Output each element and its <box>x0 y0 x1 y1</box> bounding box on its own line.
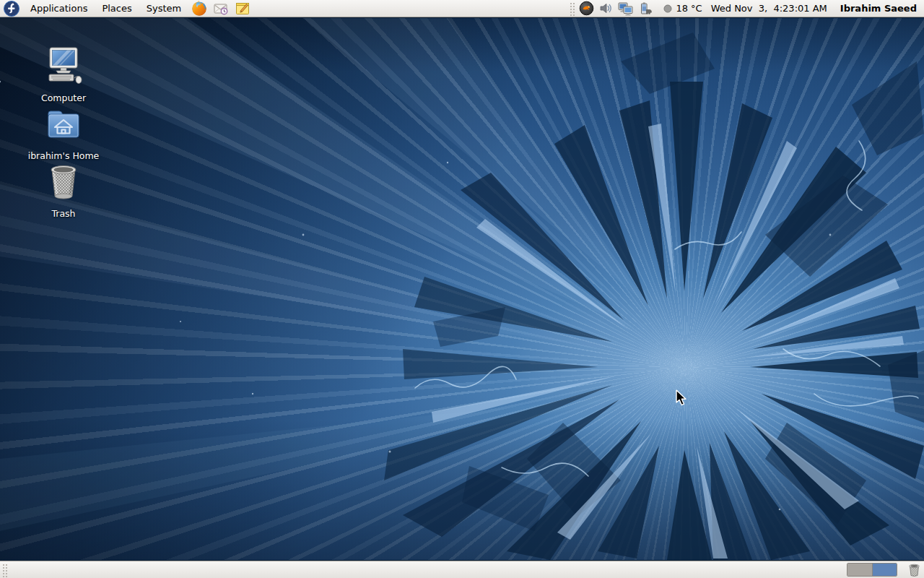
weather-temperature: 18 °C <box>676 3 702 14</box>
volume-icon <box>598 1 614 16</box>
desktop-icon-home[interactable]: ibrahim's Home <box>20 103 107 162</box>
firefox-icon <box>191 1 207 17</box>
workspace-2[interactable] <box>873 564 897 576</box>
weather-applet[interactable]: 18 °C <box>663 3 702 14</box>
fedora-logo-icon <box>4 1 19 17</box>
tray-drag-handle[interactable] <box>569 1 575 16</box>
firefox-launcher[interactable] <box>191 0 208 17</box>
software-update-tray[interactable] <box>578 0 595 17</box>
network-tray[interactable] <box>617 0 634 17</box>
computer-icon <box>43 46 84 87</box>
menu-system[interactable]: System <box>139 0 188 17</box>
volume-tray[interactable] <box>598 0 614 17</box>
desktop-icon-label: Trash <box>51 208 75 219</box>
battery-tray[interactable] <box>637 0 653 17</box>
gedit-launcher[interactable] <box>234 0 251 17</box>
top-panel: Applications Places System <box>0 0 924 17</box>
user-switcher-applet[interactable]: Ibrahim Saeed <box>840 3 917 14</box>
evolution-mail-icon <box>213 1 229 17</box>
fedora-menu-button[interactable] <box>0 0 23 17</box>
desktop-icon-label: ibrahim's Home <box>28 150 100 161</box>
desktop-icon-trash[interactable]: Trash <box>20 161 107 220</box>
network-icon <box>617 1 634 17</box>
workspace-1[interactable] <box>847 564 873 576</box>
home-folder-icon <box>43 103 84 145</box>
trash-applet-icon <box>907 563 921 577</box>
bottom-panel <box>0 561 924 578</box>
wallpaper-shatter-art <box>0 18 924 560</box>
evolution-launcher[interactable] <box>212 0 230 17</box>
weather-status-icon <box>663 4 672 13</box>
trash-applet[interactable] <box>906 561 922 578</box>
menu-places[interactable]: Places <box>95 0 139 17</box>
trash-icon <box>43 161 84 203</box>
desktop-icon-label: Computer <box>41 92 86 103</box>
menu-applications[interactable]: Applications <box>23 0 95 17</box>
software-update-icon <box>579 1 594 16</box>
desktop-wallpaper: Computer ibrahim's Home <box>0 18 924 560</box>
battery-icon <box>637 1 653 17</box>
workspace-switcher <box>847 563 897 577</box>
desktop-icon-computer[interactable]: Computer <box>20 46 107 104</box>
bottom-drag-handle[interactable] <box>1 563 8 577</box>
gedit-icon <box>235 1 250 17</box>
clock-applet[interactable]: Wed Nov 3, 4:23:01 AM <box>711 3 827 14</box>
